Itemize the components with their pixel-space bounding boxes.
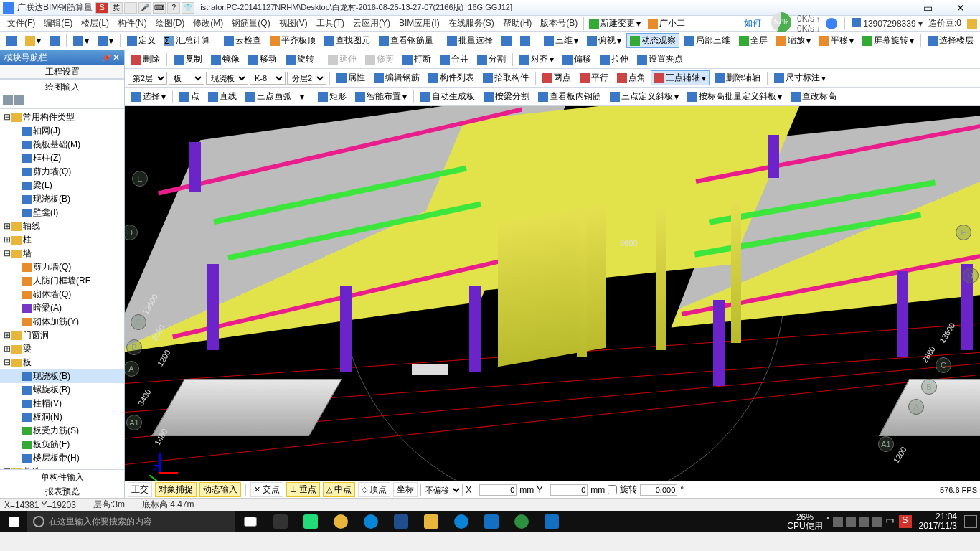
tab-report[interactable]: 报表预览 xyxy=(0,484,124,498)
menu-online[interactable]: 在线服务(S) xyxy=(444,17,499,29)
menu-bim[interactable]: BIM应用(I) xyxy=(395,17,444,29)
batch-select-button[interactable]: 批量选择 xyxy=(443,33,496,48)
app-icon[interactable] xyxy=(537,511,567,532)
offset-mode-select[interactable]: 不偏移 xyxy=(420,484,463,496)
top-view-button[interactable]: 俯视▾ xyxy=(583,33,625,48)
snap-intersect[interactable]: ✕ 交点 xyxy=(250,482,283,497)
tree-item[interactable]: ⊞梁 xyxy=(0,342,124,356)
howto-link[interactable]: 如何 xyxy=(740,17,765,29)
tree-item[interactable]: 轴网(J) xyxy=(0,124,124,138)
zoom-button[interactable]: 缩放▾ xyxy=(773,33,814,48)
parallel-button[interactable]: 平行 xyxy=(576,70,612,85)
viewport-3d[interactable]: 6600 13600 2680 1200 3400 1480 13600 268… xyxy=(125,106,980,481)
tree-item[interactable]: 砌体墙(Q) xyxy=(0,288,124,301)
user-id[interactable]: 13907298339 ▾ xyxy=(852,18,923,29)
tree-item[interactable]: 人防门框墙(RF xyxy=(0,274,124,288)
tree-item[interactable]: 螺旋板(B) xyxy=(0,383,124,397)
tab-engineering[interactable]: 工程设置 xyxy=(0,65,124,79)
menu-cloud[interactable]: 云应用(Y) xyxy=(349,17,395,29)
tree-item[interactable]: 现浇板(B) xyxy=(0,369,124,383)
menu-component[interactable]: 构件(N) xyxy=(113,17,151,29)
fullscreen-button[interactable]: 全屏 xyxy=(735,33,771,48)
panel-close-icon[interactable]: ✕ xyxy=(113,52,120,62)
layer-select[interactable]: 分层2 xyxy=(287,72,326,85)
ime-sep[interactable] xyxy=(124,2,137,14)
menu-floor[interactable]: 楼层(L) xyxy=(77,17,113,29)
ime-indicator[interactable]: 中 xyxy=(885,516,896,528)
check-elevation-button[interactable]: 查改标高 xyxy=(787,89,840,104)
menu-rebar[interactable]: 钢筋量(Q) xyxy=(227,17,274,29)
misc2[interactable] xyxy=(517,34,534,47)
two-point-button[interactable]: 两点 xyxy=(539,70,575,85)
menu-tool[interactable]: 工具(T) xyxy=(312,17,349,29)
define-button[interactable]: 定义 xyxy=(123,33,159,48)
local-3d-button[interactable]: 局部三维 xyxy=(681,33,734,48)
tree-item[interactable]: 梁(L) xyxy=(0,179,124,192)
snap-coord[interactable]: 坐标 xyxy=(393,482,418,497)
split-button[interactable]: 分割 xyxy=(473,52,509,67)
ime-skin-icon[interactable]: 👕 xyxy=(182,2,194,14)
rotate-input[interactable] xyxy=(640,484,677,496)
ime-mic-icon[interactable]: 🎤 xyxy=(138,2,151,14)
select-tool[interactable]: 选择▾ xyxy=(128,89,169,104)
smart-layout-tool[interactable]: 智能布置▾ xyxy=(352,89,410,104)
tree-item[interactable]: ⊞轴线 xyxy=(0,220,124,233)
app-icon[interactable] xyxy=(476,511,507,532)
point-tool[interactable]: 点 xyxy=(176,89,203,104)
ime-kb-icon[interactable]: ⌨ xyxy=(153,2,166,14)
tree-item[interactable]: 板负筋(F) xyxy=(0,438,124,451)
tree-item[interactable]: ⊟常用构件类型 xyxy=(0,110,124,124)
tab-drawing[interactable]: 绘图输入 xyxy=(0,79,124,93)
store-icon[interactable] xyxy=(386,511,416,532)
rotate-checkbox[interactable] xyxy=(608,485,617,494)
notifications-icon[interactable] xyxy=(964,515,977,528)
properties-button[interactable]: 属性 xyxy=(333,70,369,85)
ortho-toggle[interactable]: 正交 xyxy=(128,482,152,497)
move-button[interactable]: 移动 xyxy=(245,52,281,67)
edge-icon[interactable] xyxy=(356,511,386,532)
level-top-button[interactable]: 平齐板顶 xyxy=(266,33,319,48)
start-button[interactable] xyxy=(0,511,27,532)
screen-rotate-button[interactable]: 屏幕旋转▾ xyxy=(859,33,918,48)
tree-item[interactable]: 暗梁(A) xyxy=(0,301,124,315)
app-icon[interactable] xyxy=(326,511,356,532)
pan-button[interactable]: 平移▾ xyxy=(816,33,857,48)
delete-button[interactable]: 删除 xyxy=(128,52,164,67)
menu-draw[interactable]: 绘图(D) xyxy=(151,17,189,29)
snap-vertex[interactable]: ◇ 顶点 xyxy=(358,482,390,497)
dimension-button[interactable]: 尺寸标注▾ xyxy=(771,70,829,85)
snap-mid[interactable]: △ 中点 xyxy=(323,482,355,497)
tree-item[interactable]: 柱帽(V) xyxy=(0,397,124,410)
select-floor-button[interactable]: 选择楼层 xyxy=(924,33,977,48)
view-slab-rebar-button[interactable]: 查看板内钢筋 xyxy=(534,89,605,104)
batch-slope-button[interactable]: 按标高批量定义斜板▾ xyxy=(684,89,786,104)
undo-button[interactable]: ▾ xyxy=(70,34,93,47)
type-select[interactable]: 板 xyxy=(169,72,204,85)
copy-button[interactable]: 复制 xyxy=(170,52,206,67)
tree-item[interactable]: 筏板基础(M) xyxy=(0,138,124,151)
snap-perp[interactable]: ⊥ 垂点 xyxy=(286,482,320,497)
ime-logo-icon[interactable]: S xyxy=(95,2,108,14)
tree-item[interactable]: 壁龛(I) xyxy=(0,206,124,220)
save-button[interactable] xyxy=(46,34,63,47)
cpu-meter[interactable]: 26%CPU使用 xyxy=(787,513,822,530)
tree-item[interactable]: 板受力筋(S) xyxy=(0,424,124,438)
menu-view[interactable]: 视图(V) xyxy=(275,17,312,29)
menu-file[interactable]: 文件(F) xyxy=(3,17,39,29)
split-by-beam-button[interactable]: 按梁分割 xyxy=(480,89,533,104)
orbit-button[interactable]: 动态观察 xyxy=(626,33,679,48)
app-icon[interactable] xyxy=(507,511,537,532)
new-change-button[interactable]: 新建变更 ▾ xyxy=(585,16,644,31)
misc1[interactable] xyxy=(498,34,515,47)
three-point-axis-button[interactable]: 三点辅轴▾ xyxy=(651,70,710,85)
tree-mini-toolbar[interactable] xyxy=(0,93,124,109)
app-icon[interactable] xyxy=(265,511,296,532)
ie-icon[interactable] xyxy=(446,511,476,532)
arc-tool[interactable]: 三点画弧 xyxy=(242,89,295,104)
break-button[interactable]: 打断 xyxy=(399,52,435,67)
tree-item[interactable]: ⊟板 xyxy=(0,356,124,369)
find-element-button[interactable]: 查找图元 xyxy=(321,33,374,48)
line-tool[interactable]: 直线 xyxy=(204,89,240,104)
merge-button[interactable]: 合并 xyxy=(436,52,472,67)
dyn-input-toggle[interactable]: 动态输入 xyxy=(199,482,241,497)
